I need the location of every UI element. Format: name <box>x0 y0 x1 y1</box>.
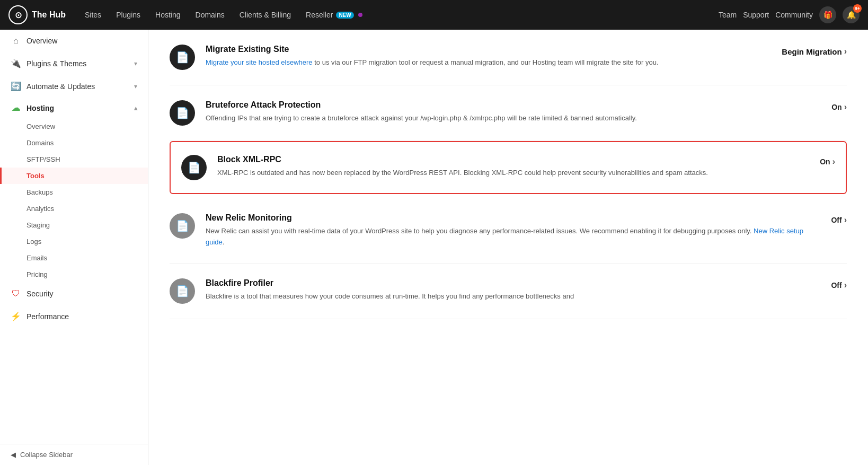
chevron-right-icon: › <box>844 47 847 56</box>
new-relic-icon: 📄 <box>170 213 195 239</box>
xml-rpc-desc: XML-RPC is outdated and has now been rep… <box>217 168 809 179</box>
logo[interactable]: ⊙ The Hub <box>8 5 66 24</box>
migrate-desc: Migrate your site hosted elsewhere to us… <box>206 57 771 68</box>
automate-icon: 🔄 <box>11 81 21 91</box>
xml-rpc-toggle[interactable]: On › <box>820 155 835 166</box>
sidebar-item-overview-label: Overview <box>26 37 57 45</box>
collapse-sidebar-button[interactable]: ◀ Collapse Sidebar <box>0 444 148 465</box>
sidebar-item-pricing[interactable]: Pricing <box>0 266 148 283</box>
collapse-icon: ◀ <box>11 451 16 459</box>
dot-indicator <box>358 13 362 17</box>
bruteforce-body: Bruteforce Attack Protection Offending I… <box>206 100 821 124</box>
sidebar-performance-label: Performance <box>26 312 69 321</box>
bruteforce-title: Bruteforce Attack Protection <box>206 100 821 110</box>
main-content: 📄 Migrate Existing Site Migrate your sit… <box>148 30 868 465</box>
chevron-down-icon: ▾ <box>134 60 137 67</box>
blackfire-status: Off <box>831 281 842 289</box>
gift-icon-button[interactable]: 🎁 <box>819 6 836 23</box>
nav-team[interactable]: Team <box>719 11 737 19</box>
sidebar-item-security[interactable]: 🛡 Security <box>0 283 148 305</box>
xml-rpc-icon: 📄 <box>181 155 207 180</box>
plugins-icon: 🔌 <box>11 58 21 68</box>
nav-right: Team Support Community 🎁 🔔 9+ <box>719 6 860 23</box>
migrate-link[interactable]: Migrate your site hosted elsewhere <box>206 58 313 66</box>
bruteforce-desc: Offending IPs that are trying to create … <box>206 113 821 124</box>
tool-bruteforce: 📄 Bruteforce Attack Protection Offending… <box>170 85 847 141</box>
new-relic-title: New Relic Monitoring <box>206 213 820 223</box>
sidebar-item-hosting-domains[interactable]: Domains <box>0 135 148 151</box>
home-icon: ⌂ <box>11 36 21 46</box>
blackfire-desc: Blackfire is a tool that measures how yo… <box>206 291 820 302</box>
sidebar: ⌂ Overview 🔌 Plugins & Themes ▾ 🔄 Automa… <box>0 30 148 465</box>
nav-support[interactable]: Support <box>743 11 769 19</box>
bruteforce-toggle[interactable]: On › <box>831 100 847 112</box>
blackfire-icon: 📄 <box>170 278 195 304</box>
sidebar-item-tools[interactable]: Tools <box>0 168 148 184</box>
chevron-right-icon: › <box>844 102 847 112</box>
sidebar-item-logs[interactable]: Logs <box>0 233 148 250</box>
bruteforce-status: On <box>831 103 842 111</box>
xml-rpc-title: Block XML-RPC <box>217 155 809 164</box>
blackfire-body: Blackfire Profiler Blackfire is a tool t… <box>206 278 820 302</box>
new-relic-status: Off <box>831 216 842 224</box>
collapse-label: Collapse Sidebar <box>20 451 73 459</box>
sidebar-hosting-label: Hosting <box>26 104 54 112</box>
sidebar-item-overview[interactable]: ⌂ Overview <box>0 30 148 52</box>
top-navigation: ⊙ The Hub Sites Plugins Hosting Domains … <box>0 0 868 30</box>
sidebar-item-plugins-label: Plugins & Themes <box>26 59 86 68</box>
xml-rpc-status: On <box>820 157 830 166</box>
sidebar-item-automate[interactable]: 🔄 Automate & Updates ▾ <box>0 75 148 98</box>
chevron-right-icon: › <box>844 280 847 290</box>
tool-xml-rpc: 📄 Block XML-RPC XML-RPC is outdated and … <box>170 141 847 194</box>
xml-rpc-body: Block XML-RPC XML-RPC is outdated and ha… <box>217 155 809 179</box>
notifications-button[interactable]: 🔔 9+ <box>843 6 860 23</box>
performance-icon: ⚡ <box>11 311 21 321</box>
sidebar-item-backups[interactable]: Backups <box>0 184 148 200</box>
nav-sites[interactable]: Sites <box>78 7 108 22</box>
blackfire-toggle[interactable]: Off › <box>831 278 847 290</box>
chevron-right-icon: › <box>844 215 847 225</box>
sidebar-item-plugins-themes[interactable]: 🔌 Plugins & Themes ▾ <box>0 52 148 75</box>
notification-badge: 9+ <box>853 4 862 13</box>
bruteforce-icon: 📄 <box>170 100 195 126</box>
nav-community[interactable]: Community <box>775 11 813 19</box>
migrate-icon: 📄 <box>170 45 195 70</box>
new-relic-desc: New Relic can assist you with real-time … <box>206 226 820 248</box>
nav-domains[interactable]: Domains <box>189 7 231 22</box>
new-relic-body: New Relic Monitoring New Relic can assis… <box>206 213 820 248</box>
logo-icon: ⊙ <box>8 5 28 24</box>
security-icon: 🛡 <box>11 289 21 299</box>
logo-text: The Hub <box>32 10 66 20</box>
begin-migration-button[interactable]: Begin Migration › <box>782 45 847 56</box>
tool-migrate: 📄 Migrate Existing Site Migrate your sit… <box>170 30 847 85</box>
sidebar-item-staging[interactable]: Staging <box>0 217 148 233</box>
sidebar-item-emails[interactable]: Emails <box>0 250 148 266</box>
tool-blackfire: 📄 Blackfire Profiler Blackfire is a tool… <box>170 264 847 319</box>
sidebar-security-label: Security <box>26 289 54 298</box>
chevron-right-icon: › <box>832 157 835 166</box>
sidebar-section-hosting[interactable]: ☁ Hosting ▴ <box>0 98 148 118</box>
sidebar-item-automate-label: Automate & Updates <box>26 82 95 91</box>
chevron-down-icon: ▾ <box>134 83 137 90</box>
cloud-icon: ☁ <box>11 103 21 113</box>
blackfire-title: Blackfire Profiler <box>206 278 820 288</box>
body-layout: ⌂ Overview 🔌 Plugins & Themes ▾ 🔄 Automa… <box>0 30 868 465</box>
chevron-up-icon: ▴ <box>134 104 137 112</box>
nav-clients[interactable]: Clients & Billing <box>233 7 297 22</box>
nav-links: Sites Plugins Hosting Domains Clients & … <box>78 7 714 22</box>
sidebar-item-analytics[interactable]: Analytics <box>0 200 148 217</box>
tool-new-relic: 📄 New Relic Monitoring New Relic can ass… <box>170 198 847 264</box>
nav-reseller[interactable]: Reseller NEW <box>299 7 369 22</box>
sidebar-item-hosting-overview[interactable]: Overview <box>0 118 148 135</box>
nav-hosting[interactable]: Hosting <box>149 7 187 22</box>
sidebar-item-sftp[interactable]: SFTP/SSH <box>0 151 148 168</box>
new-relic-toggle[interactable]: Off › <box>831 213 847 225</box>
migrate-body: Migrate Existing Site Migrate your site … <box>206 45 771 68</box>
nav-plugins[interactable]: Plugins <box>110 7 147 22</box>
migrate-title: Migrate Existing Site <box>206 45 771 54</box>
content-inner: 📄 Migrate Existing Site Migrate your sit… <box>148 30 868 340</box>
new-badge: NEW <box>336 12 353 19</box>
sidebar-item-performance[interactable]: ⚡ Performance <box>0 305 148 328</box>
